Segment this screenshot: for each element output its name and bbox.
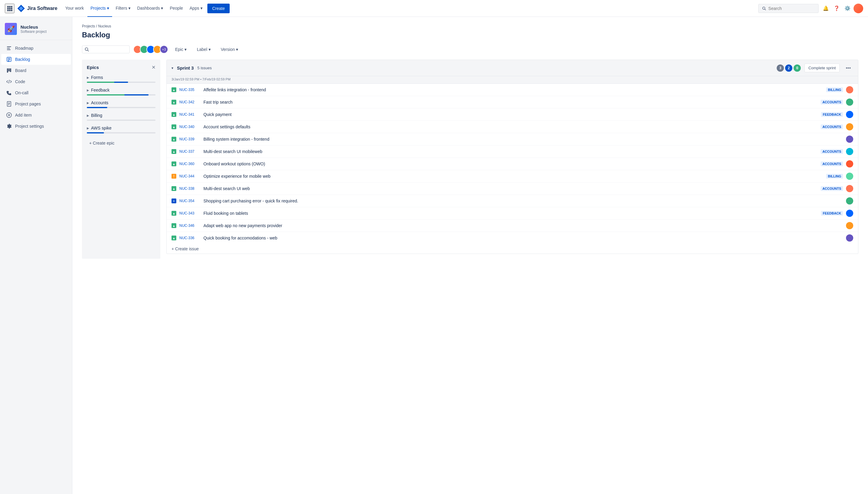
issue-row[interactable]: ▲ NUC-346 Adapt web app no new payments … <box>167 220 858 232</box>
search-input[interactable] <box>768 6 815 11</box>
issue-summary[interactable]: Shopping cart purchasing error - quick f… <box>203 198 843 203</box>
sidebar-item-code[interactable]: Code <box>1 76 71 87</box>
create-issue-button[interactable]: + Create issue <box>167 244 858 254</box>
issue-assignee-avatar[interactable] <box>846 136 853 143</box>
apps-grid-icon[interactable] <box>5 4 15 13</box>
issue-key[interactable]: NUC-337 <box>179 149 200 154</box>
sidebar-item-project-pages[interactable]: Project pages <box>1 98 71 109</box>
breadcrumb-nucleus[interactable]: Nucleus <box>98 24 111 28</box>
jira-logo[interactable]: Jira Software <box>17 4 57 13</box>
issue-key[interactable]: NUC-344 <box>179 174 200 178</box>
backlog-search-input[interactable] <box>91 47 127 52</box>
issue-row[interactable]: ▲ NUC-337 Multi-dest search UI mobileweb… <box>167 146 858 158</box>
issue-row[interactable]: + NUC-354 Shopping cart purchasing error… <box>167 195 858 207</box>
issue-assignee-avatar[interactable] <box>846 222 853 229</box>
issue-summary[interactable]: Billing system integration - frontend <box>203 137 843 141</box>
issue-row[interactable]: ▲ NUC-335 Affelite links integration - f… <box>167 84 858 96</box>
issue-key[interactable]: NUC-335 <box>179 88 200 92</box>
issue-row[interactable]: ! NUC-344 Optimize experience for mobile… <box>167 170 858 183</box>
epic-forms-header[interactable]: ▶ Forms <box>87 75 155 80</box>
issue-summary[interactable]: Adapt web app no new payments provider <box>203 223 843 228</box>
issue-summary[interactable]: Onboard workout options (OWO) <box>203 162 818 166</box>
issue-assignee-avatar[interactable] <box>846 160 853 168</box>
issue-assignee-avatar[interactable] <box>846 148 853 155</box>
sidebar-item-board[interactable]: Board <box>1 65 71 76</box>
search-box[interactable] <box>758 4 818 13</box>
nav-your-work[interactable]: Your work <box>62 0 87 17</box>
issue-assignee-avatar[interactable] <box>846 111 853 118</box>
sidebar-item-backlog[interactable]: Backlog <box>1 54 71 65</box>
issue-summary[interactable]: Quick booking for accomodations - web <box>203 235 843 240</box>
settings-button[interactable]: ⚙️ <box>843 4 852 13</box>
create-epic-button[interactable]: + Create epic <box>87 138 155 148</box>
issue-key[interactable]: NUC-336 <box>179 236 200 240</box>
avatar-filter-count[interactable]: +3 <box>160 45 168 54</box>
issue-key[interactable]: NUC-340 <box>179 125 200 129</box>
issue-key[interactable]: NUC-354 <box>179 199 200 203</box>
issue-summary[interactable]: Fluid booking on tablets <box>203 211 818 216</box>
issue-row[interactable]: ▲ NUC-338 Multi-dest search UI web ACCOU… <box>167 183 858 195</box>
issue-summary[interactable]: Multi-dest search UI web <box>203 186 818 191</box>
issue-assignee-avatar[interactable] <box>846 98 853 106</box>
issue-key[interactable]: NUC-346 <box>179 224 200 228</box>
epics-close-button[interactable]: ✕ <box>152 64 155 70</box>
issue-assignee-avatar[interactable] <box>846 197 853 205</box>
issue-row[interactable]: ▲ NUC-339 Billing system integration - f… <box>167 133 858 146</box>
help-button[interactable]: ❓ <box>832 4 842 13</box>
backlog-search-box[interactable] <box>82 45 130 53</box>
nav-projects[interactable]: Projects ▾ <box>87 0 112 17</box>
issue-assignee-avatar[interactable] <box>846 234 853 242</box>
issue-summary[interactable]: Multi-dest search UI mobileweb <box>203 149 818 154</box>
issue-assignee-avatar[interactable] <box>846 123 853 130</box>
sprint-header[interactable]: ▾ Sprint 3 5 issues 3 2 0 Complete sprin… <box>167 60 858 76</box>
issue-row[interactable]: ▲ NUC-341 Quick payment FEEDBACK <box>167 109 858 121</box>
breadcrumb-projects[interactable]: Projects <box>82 24 95 28</box>
issue-assignee-avatar[interactable] <box>846 185 853 192</box>
backlog-icon <box>6 56 12 62</box>
issue-key[interactable]: NUC-342 <box>179 100 200 104</box>
issue-assignee-avatar[interactable] <box>846 210 853 217</box>
epic-billing-header[interactable]: ▶ Billing <box>87 113 155 118</box>
issue-summary[interactable]: Account settings defaults <box>203 125 818 129</box>
sidebar-item-roadmap[interactable]: Roadmap <box>1 43 71 54</box>
issue-row[interactable]: ▲ NUC-360 Onboard workout options (OWO) … <box>167 158 858 170</box>
sidebar-item-project-settings[interactable]: Project settings <box>1 121 71 132</box>
epic-aws-header[interactable]: ▶ AWS spike <box>87 126 155 130</box>
epic-accounts-header[interactable]: ▶ Accounts <box>87 100 155 105</box>
nav-people[interactable]: People <box>167 0 186 17</box>
notifications-button[interactable]: 🔔 <box>821 4 831 13</box>
nav-apps[interactable]: Apps ▾ <box>187 0 206 17</box>
issue-assignee-avatar[interactable] <box>846 173 853 180</box>
issue-row[interactable]: ▲ NUC-336 Quick booking for accomodation… <box>167 232 858 244</box>
issue-row[interactable]: ▲ NUC-342 Fast trip search ACCOUNTS <box>167 96 858 109</box>
label-filter-button[interactable]: Label ▾ <box>193 45 214 53</box>
issue-assignee-avatar[interactable] <box>846 86 853 93</box>
issue-type-icon: ▲ <box>171 87 176 92</box>
issue-summary[interactable]: Fast trip search <box>203 100 818 104</box>
issue-key[interactable]: NUC-360 <box>179 162 200 166</box>
issue-summary[interactable]: Quick payment <box>203 112 818 117</box>
logo-text: Jira Software <box>27 6 57 11</box>
create-button[interactable]: Create <box>207 4 230 13</box>
issue-key[interactable]: NUC-339 <box>179 137 200 141</box>
version-filter-button[interactable]: Version ▾ <box>218 45 242 53</box>
nav-dashboards[interactable]: Dashboards ▾ <box>134 0 166 17</box>
epic-filter-button[interactable]: Epic ▾ <box>172 45 190 53</box>
complete-sprint-button[interactable]: Complete sprint <box>805 63 840 72</box>
sprint-more-button[interactable]: ••• <box>843 64 853 72</box>
issue-summary[interactable]: Affelite links integration - frontend <box>203 87 823 92</box>
issue-row[interactable]: ▲ NUC-343 Fluid booking on tablets FEEDB… <box>167 207 858 220</box>
project-header[interactable]: 🚀 Nucleus Software project <box>0 17 72 40</box>
sidebar-item-add-item[interactable]: Add item <box>1 110 71 120</box>
issue-row[interactable]: ▲ NUC-340 Account settings defaults ACCO… <box>167 121 858 133</box>
issue-type-icon: ▲ <box>171 235 176 240</box>
issue-key[interactable]: NUC-341 <box>179 112 200 117</box>
user-avatar[interactable] <box>853 4 863 13</box>
sidebar-item-oncall[interactable]: On-call <box>1 87 71 98</box>
epics-header: Epics ✕ <box>87 64 155 70</box>
epic-feedback-header[interactable]: ▶ Feedback <box>87 88 155 93</box>
issue-summary[interactable]: Optimize experience for mobile web <box>203 174 823 178</box>
issue-key[interactable]: NUC-338 <box>179 187 200 191</box>
nav-filters[interactable]: Filters ▾ <box>113 0 133 17</box>
issue-key[interactable]: NUC-343 <box>179 211 200 215</box>
